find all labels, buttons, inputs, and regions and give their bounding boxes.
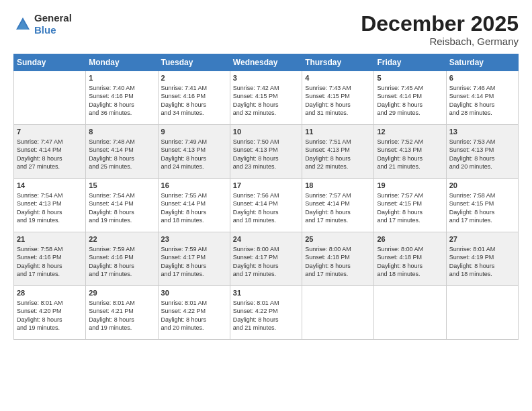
calendar-week-row: 1Sunrise: 7:40 AMSunset: 4:16 PMDaylight… xyxy=(14,71,519,125)
calendar-cell: 25Sunrise: 8:00 AMSunset: 4:18 PMDayligh… xyxy=(302,232,374,286)
calendar-cell: 4Sunrise: 7:43 AMSunset: 4:15 PMDaylight… xyxy=(302,71,374,125)
calendar-cell: 24Sunrise: 8:00 AMSunset: 4:17 PMDayligh… xyxy=(230,232,302,286)
cell-line: Daylight: 8 hours xyxy=(305,101,371,109)
day-number: 20 xyxy=(449,181,515,191)
cell-line: Daylight: 8 hours xyxy=(305,208,371,217)
cell-line: Sunrise: 7:58 AM xyxy=(17,245,83,254)
cell-line: and 24 minutes. xyxy=(161,163,227,171)
cell-line: Sunrise: 7:59 AM xyxy=(161,245,227,254)
cell-line: Sunset: 4:13 PM xyxy=(305,146,371,154)
calendar-cell: 26Sunrise: 8:00 AMSunset: 4:18 PMDayligh… xyxy=(374,232,446,286)
calendar-cell: 6Sunrise: 7:46 AMSunset: 4:14 PMDaylight… xyxy=(446,71,518,125)
cell-line: Daylight: 8 hours xyxy=(449,208,515,217)
day-number: 22 xyxy=(89,234,154,244)
cell-line: Sunrise: 8:01 AM xyxy=(17,299,83,308)
day-number: 18 xyxy=(305,181,371,191)
cell-line: and 18 minutes. xyxy=(233,216,299,225)
cell-line: Daylight: 8 hours xyxy=(233,316,299,324)
cell-line: Sunrise: 7:48 AM xyxy=(89,138,154,146)
cell-line: Sunset: 4:16 PM xyxy=(89,253,154,262)
cell-line: Sunrise: 8:00 AM xyxy=(233,245,299,254)
logo-icon xyxy=(13,15,32,34)
calendar-cell: 9Sunrise: 7:49 AMSunset: 4:13 PMDaylight… xyxy=(158,125,230,179)
cell-line: Daylight: 8 hours xyxy=(449,154,515,163)
calendar-cell: 21Sunrise: 7:58 AMSunset: 4:16 PMDayligh… xyxy=(14,232,86,286)
cell-line: and 29 minutes. xyxy=(377,109,443,118)
day-number: 25 xyxy=(305,234,371,244)
cell-line: and 34 minutes. xyxy=(161,109,227,118)
calendar-header-row: SundayMondayTuesdayWednesdayThursdayFrid… xyxy=(14,54,519,71)
calendar-cell: 20Sunrise: 7:58 AMSunset: 4:15 PMDayligh… xyxy=(446,179,518,232)
cell-line: Daylight: 8 hours xyxy=(161,208,227,217)
day-number: 17 xyxy=(233,181,299,191)
cell-line: Daylight: 8 hours xyxy=(233,208,299,217)
cell-line: Sunrise: 8:01 AM xyxy=(161,299,227,308)
calendar-cell: 14Sunrise: 7:54 AMSunset: 4:13 PMDayligh… xyxy=(14,179,86,232)
calendar-cell: 30Sunrise: 8:01 AMSunset: 4:22 PMDayligh… xyxy=(158,286,230,340)
logo: General Blue xyxy=(13,12,72,36)
cell-line: Sunrise: 7:52 AM xyxy=(377,138,443,146)
day-number: 29 xyxy=(89,288,154,298)
day-number: 3 xyxy=(233,73,299,83)
calendar-cell: 13Sunrise: 7:53 AMSunset: 4:13 PMDayligh… xyxy=(446,125,518,179)
cell-line: and 17 minutes. xyxy=(377,216,443,225)
cell-line: Daylight: 8 hours xyxy=(377,208,443,217)
cell-line: Sunrise: 7:51 AM xyxy=(305,138,371,146)
calendar-cell: 5Sunrise: 7:45 AMSunset: 4:14 PMDaylight… xyxy=(374,71,446,125)
cell-line: Daylight: 8 hours xyxy=(449,101,515,109)
cell-line: and 19 minutes. xyxy=(89,216,154,225)
cell-line: and 28 minutes. xyxy=(449,109,515,118)
cell-line: Sunset: 4:18 PM xyxy=(377,253,443,262)
cell-line: Sunset: 4:17 PM xyxy=(161,253,227,262)
cell-line: Sunset: 4:14 PM xyxy=(17,146,83,154)
day-number: 28 xyxy=(17,288,83,298)
calendar-table: SundayMondayTuesdayWednesdayThursdayFrid… xyxy=(13,54,519,340)
cell-line: Daylight: 8 hours xyxy=(17,208,83,217)
logo-blue: Blue xyxy=(34,24,56,36)
cell-line: and 18 minutes. xyxy=(449,270,515,279)
cell-line: and 22 minutes. xyxy=(305,163,371,171)
cell-line: Sunrise: 7:54 AM xyxy=(89,191,154,200)
cell-line: Sunrise: 7:54 AM xyxy=(17,191,83,200)
cell-line: Sunrise: 7:57 AM xyxy=(305,191,371,200)
cell-line: Sunrise: 8:01 AM xyxy=(449,245,515,254)
cell-line: Sunrise: 8:00 AM xyxy=(377,245,443,254)
cell-line: and 18 minutes. xyxy=(377,270,443,279)
calendar-cell: 2Sunrise: 7:41 AMSunset: 4:16 PMDaylight… xyxy=(158,71,230,125)
cell-line: Daylight: 8 hours xyxy=(305,262,371,271)
calendar-cell xyxy=(446,286,518,340)
cell-line: Daylight: 8 hours xyxy=(161,154,227,163)
col-header-sunday: Sunday xyxy=(14,54,86,71)
cell-line: Sunset: 4:15 PM xyxy=(233,92,299,101)
cell-line: Sunset: 4:22 PM xyxy=(161,307,227,316)
calendar-cell: 28Sunrise: 8:01 AMSunset: 4:20 PMDayligh… xyxy=(14,286,86,340)
day-number: 23 xyxy=(161,234,227,244)
cell-line: Daylight: 8 hours xyxy=(449,262,515,271)
cell-line: Sunrise: 7:42 AM xyxy=(233,84,299,93)
cell-line: Daylight: 8 hours xyxy=(233,262,299,271)
cell-line: Sunrise: 7:53 AM xyxy=(449,138,515,146)
cell-line: Sunset: 4:15 PM xyxy=(305,92,371,101)
day-number: 8 xyxy=(89,127,154,137)
cell-line: and 17 minutes. xyxy=(305,216,371,225)
cell-line: Sunset: 4:13 PM xyxy=(377,146,443,154)
month-title: December 2025 xyxy=(361,12,519,36)
cell-line: and 19 minutes. xyxy=(89,324,154,332)
calendar-cell: 16Sunrise: 7:55 AMSunset: 4:14 PMDayligh… xyxy=(158,179,230,232)
calendar-cell: 10Sunrise: 7:50 AMSunset: 4:13 PMDayligh… xyxy=(230,125,302,179)
cell-line: Sunset: 4:16 PM xyxy=(89,92,154,101)
cell-line: Sunrise: 7:47 AM xyxy=(17,138,83,146)
cell-line: Sunset: 4:14 PM xyxy=(377,92,443,101)
logo-general: General xyxy=(34,12,72,24)
day-number: 30 xyxy=(161,288,227,298)
cell-line: Sunset: 4:13 PM xyxy=(449,146,515,154)
cell-line: and 17 minutes. xyxy=(305,270,371,279)
calendar-cell xyxy=(302,286,374,340)
day-number: 26 xyxy=(377,234,443,244)
day-number: 31 xyxy=(233,288,299,298)
cell-line: and 31 minutes. xyxy=(305,109,371,118)
cell-line: Sunset: 4:14 PM xyxy=(161,199,227,208)
calendar-cell: 19Sunrise: 7:57 AMSunset: 4:15 PMDayligh… xyxy=(374,179,446,232)
col-header-monday: Monday xyxy=(86,54,158,71)
cell-line: and 25 minutes. xyxy=(89,163,154,171)
